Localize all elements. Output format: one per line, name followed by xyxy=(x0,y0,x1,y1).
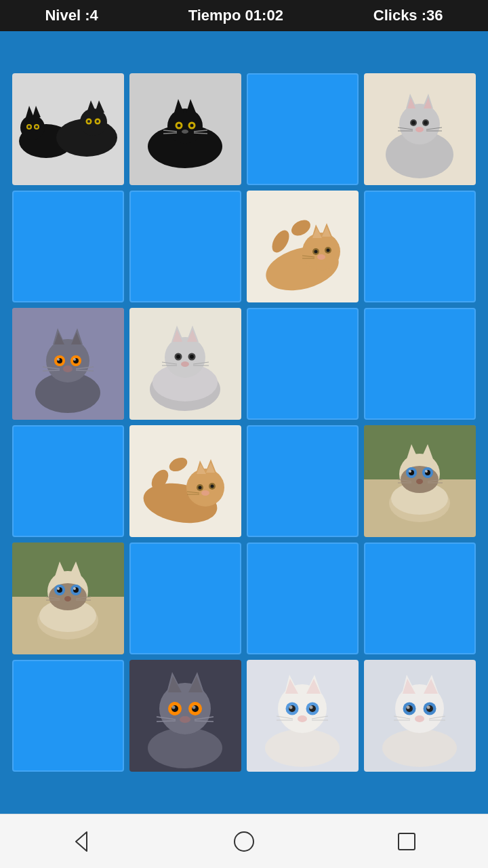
cell-19[interactable] xyxy=(364,542,476,654)
cell-5[interactable] xyxy=(129,191,241,302)
svg-point-9 xyxy=(35,125,38,128)
svg-point-92 xyxy=(176,355,180,359)
game-area xyxy=(0,31,488,814)
svg-point-94 xyxy=(181,361,189,367)
cell-23[interactable] xyxy=(364,660,476,772)
cell-20[interactable] xyxy=(12,660,124,772)
svg-point-110 xyxy=(199,486,202,490)
svg-marker-209 xyxy=(76,832,87,851)
clicks-display: Clicks :36 xyxy=(373,7,443,24)
cell-14[interactable] xyxy=(247,425,359,537)
status-bar: Nivel :4 Tiempo 01:02 Clicks :36 xyxy=(0,0,488,31)
svg-point-166 xyxy=(172,706,176,709)
svg-point-42 xyxy=(415,127,424,132)
cell-6[interactable] xyxy=(247,191,359,302)
cell-16[interactable] xyxy=(12,542,124,654)
home-button[interactable] xyxy=(227,825,261,859)
svg-point-112 xyxy=(201,490,209,496)
svg-point-192 xyxy=(382,729,457,767)
svg-point-26 xyxy=(182,130,188,134)
svg-point-93 xyxy=(190,355,194,359)
svg-point-210 xyxy=(235,832,253,851)
tiempo-display: Tiempo 01:02 xyxy=(188,7,283,24)
svg-point-174 xyxy=(265,729,340,767)
svg-point-185 xyxy=(310,706,313,709)
svg-point-16 xyxy=(96,120,99,123)
svg-point-148 xyxy=(57,587,60,590)
svg-point-58 xyxy=(314,250,318,254)
cell-13[interactable] xyxy=(129,425,241,537)
cell-22[interactable] xyxy=(247,660,359,772)
svg-point-76 xyxy=(73,358,76,361)
svg-point-168 xyxy=(180,716,190,723)
cell-3[interactable] xyxy=(364,73,476,185)
nivel-value: 4 xyxy=(89,7,98,24)
nivel-label: Nivel : xyxy=(45,7,89,24)
svg-point-8 xyxy=(28,125,30,128)
cell-8[interactable] xyxy=(12,308,124,420)
cell-21[interactable] xyxy=(129,660,241,772)
svg-line-81 xyxy=(76,370,94,371)
svg-point-167 xyxy=(192,706,196,709)
svg-point-203 xyxy=(427,706,430,709)
svg-point-85 xyxy=(165,337,205,378)
nav-bar xyxy=(0,814,488,868)
svg-point-77 xyxy=(63,366,73,372)
cell-15[interactable] xyxy=(364,425,476,537)
cell-2[interactable] xyxy=(247,73,359,185)
svg-point-41 xyxy=(424,121,428,125)
svg-point-51 xyxy=(302,233,340,271)
svg-point-204 xyxy=(415,715,424,722)
back-button[interactable] xyxy=(64,825,98,859)
cell-11[interactable] xyxy=(364,308,476,420)
svg-point-59 xyxy=(327,249,330,252)
svg-line-172 xyxy=(195,721,214,722)
cell-4[interactable] xyxy=(12,191,124,302)
svg-point-25 xyxy=(190,124,194,127)
svg-point-128 xyxy=(409,470,411,473)
svg-point-60 xyxy=(317,254,325,260)
svg-point-66 xyxy=(46,339,89,382)
cell-1[interactable] xyxy=(129,73,241,185)
svg-line-79 xyxy=(43,370,60,371)
svg-point-103 xyxy=(186,469,224,507)
svg-point-150 xyxy=(64,596,71,601)
svg-point-19 xyxy=(167,108,203,144)
svg-point-24 xyxy=(178,124,181,127)
svg-point-130 xyxy=(416,479,423,484)
svg-point-33 xyxy=(399,104,440,144)
svg-point-186 xyxy=(298,715,307,722)
svg-point-129 xyxy=(425,470,428,473)
cell-17[interactable] xyxy=(129,542,241,654)
svg-point-202 xyxy=(407,706,410,709)
cell-12[interactable] xyxy=(12,425,124,537)
tiempo-value: 01:02 xyxy=(245,7,283,24)
clicks-value: 36 xyxy=(426,7,443,24)
cell-18[interactable] xyxy=(247,542,359,654)
svg-point-15 xyxy=(87,120,90,123)
svg-rect-211 xyxy=(399,833,415,850)
cell-0[interactable] xyxy=(12,73,124,185)
svg-point-75 xyxy=(57,358,60,361)
svg-point-111 xyxy=(211,485,214,488)
cell-7[interactable] xyxy=(364,191,476,302)
tiempo-label: Tiempo xyxy=(188,7,241,24)
svg-line-28 xyxy=(163,133,177,134)
svg-point-149 xyxy=(73,587,76,590)
cell-10[interactable] xyxy=(247,308,359,420)
svg-line-30 xyxy=(194,133,207,134)
svg-point-3 xyxy=(20,115,45,140)
cell-9[interactable] xyxy=(129,308,241,420)
nivel-display: Nivel :4 xyxy=(45,7,98,24)
svg-point-184 xyxy=(289,706,293,709)
svg-line-170 xyxy=(157,721,176,722)
recent-apps-button[interactable] xyxy=(390,825,424,859)
svg-point-40 xyxy=(411,121,415,125)
game-grid xyxy=(12,73,476,772)
clicks-label: Clicks : xyxy=(373,7,426,24)
